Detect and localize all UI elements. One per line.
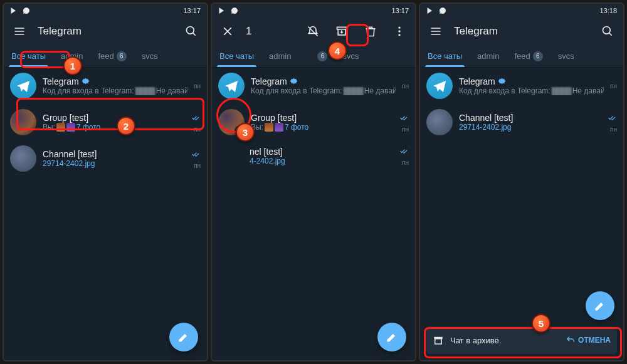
svg-point-5: [603, 27, 611, 34]
status-bar: 13:18: [420, 4, 623, 18]
tab-admin[interactable]: admin: [261, 45, 298, 67]
chat-list: Telegram Код для входа в Telegram: ▓▓▓▓ …: [420, 68, 623, 360]
svg-point-4: [398, 34, 400, 36]
avatar-telegram: [10, 73, 36, 99]
verified-icon: [498, 78, 506, 86]
avatar-group: [10, 109, 36, 135]
read-check-icon: [192, 148, 201, 160]
chat-group-test[interactable]: Group [test] Вы: 7 фото пн: [4, 104, 207, 140]
tab-feed-badge: 6: [117, 51, 127, 61]
app-title: Telegram: [454, 25, 589, 38]
tab-admin[interactable]: admin: [53, 45, 90, 67]
search-button[interactable]: [181, 21, 202, 42]
whatsapp-icon: [23, 7, 30, 14]
folder-tabs: Все чаты admin 6 svcs: [212, 45, 415, 68]
menu-button[interactable]: [9, 21, 30, 42]
new-message-fab[interactable]: [169, 323, 198, 351]
chat-telegram[interactable]: Telegram Код для входа в Telegram: ▓▓▓▓ …: [420, 68, 623, 104]
avatar-group: [218, 109, 245, 135]
mute-button[interactable]: [302, 21, 324, 42]
archive-box-icon: [433, 335, 444, 346]
folder-tabs: Все чаты admin feed6 svcs: [420, 45, 623, 68]
chat-time: пн: [194, 83, 201, 90]
chat-list: Telegram Код для входа в Telegram: ▓▓▓▓ …: [212, 68, 415, 360]
search-button[interactable]: [597, 21, 618, 42]
pencil-icon: [177, 331, 190, 343]
app-title: Telegram: [38, 25, 173, 38]
selection-app-bar: 1: [212, 18, 415, 45]
tab-svcs[interactable]: svcs: [551, 45, 582, 67]
archive-icon: [335, 25, 348, 38]
avatar-channel: [426, 109, 453, 135]
close-icon: [221, 25, 234, 38]
avatar-telegram: [426, 73, 453, 99]
delete-button[interactable]: [360, 21, 381, 42]
play-store-icon: [426, 7, 434, 14]
status-time: 13:17: [391, 7, 409, 14]
tab-admin[interactable]: admin: [470, 45, 507, 67]
svg-point-0: [187, 27, 194, 34]
chat-group-test-selected[interactable]: Group [test] Вы: 7 фото пн: [212, 104, 415, 140]
whatsapp-icon: [231, 7, 238, 14]
hamburger-icon: [13, 25, 26, 38]
verified-icon: [82, 78, 90, 86]
more-button[interactable]: [389, 21, 410, 42]
archive-button[interactable]: [331, 21, 352, 42]
download-icon: [451, 7, 459, 14]
download-icon: [35, 7, 43, 14]
app-bar: Telegram: [420, 18, 623, 45]
menu-button[interactable]: [425, 21, 446, 42]
tab-feed[interactable]: feed6: [507, 45, 550, 67]
svg-point-2: [398, 27, 400, 29]
status-bar: 13:17: [212, 4, 415, 18]
svg-point-3: [398, 30, 400, 32]
tab-feed[interactable]: 6: [298, 45, 335, 67]
avatar-channel: [10, 145, 36, 172]
tab-svcs[interactable]: svcs: [134, 45, 166, 67]
trash-icon: [364, 25, 377, 38]
close-selection-button[interactable]: [217, 21, 238, 42]
pencil-icon: [594, 299, 606, 312]
archive-snackbar: Чат в архиве. ОТМЕНА: [426, 326, 617, 354]
download-icon: [243, 7, 251, 14]
chat-channel-test[interactable]: nel [test] 4-2402.jpg пн: [212, 140, 415, 171]
chat-channel-test[interactable]: Channel [test] 29714-2402.jpg пн: [420, 104, 623, 140]
new-message-fab[interactable]: [377, 323, 406, 351]
tab-svcs[interactable]: svcs: [335, 45, 366, 67]
search-icon: [601, 25, 614, 38]
screen-3: 13:18 Telegram Все чаты admin feed6 svcs…: [419, 3, 624, 361]
hamburger-icon: [429, 25, 442, 38]
play-store-icon: [218, 7, 226, 14]
new-message-fab[interactable]: [586, 291, 614, 320]
whatsapp-icon: [439, 7, 446, 14]
chat-channel-test[interactable]: Channel [test] 29714-2402.jpg пн: [4, 140, 207, 177]
chat-name: Group [test]: [43, 113, 88, 123]
tab-feed[interactable]: feed6: [90, 45, 134, 67]
snackbar-text: Чат в архиве.: [450, 336, 559, 345]
status-time: 13:18: [599, 7, 617, 14]
thumbnail-icon: [56, 123, 65, 132]
thumbnail-icon: [66, 123, 75, 132]
app-bar: Telegram: [4, 18, 207, 45]
tab-all-chats[interactable]: Все чаты: [420, 45, 470, 67]
chat-telegram[interactable]: Telegram Код для входа в Telegram: ▓▓▓▓ …: [212, 68, 415, 104]
tab-all-chats[interactable]: Все чаты: [4, 45, 53, 67]
avatar-telegram: [218, 73, 245, 99]
pencil-icon: [386, 331, 398, 343]
tab-all-chats[interactable]: Все чаты: [212, 45, 261, 67]
selection-count: 1: [246, 25, 295, 38]
screen-1: 13:17 Telegram Все чаты admin feed6 svcs…: [3, 3, 208, 361]
play-store-icon: [10, 7, 18, 14]
svg-rect-7: [435, 339, 442, 344]
selected-tick-icon: [234, 125, 246, 137]
status-time: 13:17: [183, 7, 201, 14]
status-bar: 13:17: [4, 4, 207, 18]
more-vert-icon: [393, 25, 406, 38]
mute-icon: [307, 25, 319, 38]
screen-2: 13:17 1 Все чаты admin 6 svcs Telegram К…: [211, 3, 416, 361]
chat-telegram[interactable]: Telegram Код для входа в Telegram: ▓▓▓▓ …: [4, 68, 207, 104]
verified-icon: [290, 78, 298, 86]
undo-button[interactable]: ОТМЕНА: [566, 335, 611, 345]
search-icon: [185, 25, 198, 38]
chat-name: Channel [test]: [43, 149, 97, 159]
